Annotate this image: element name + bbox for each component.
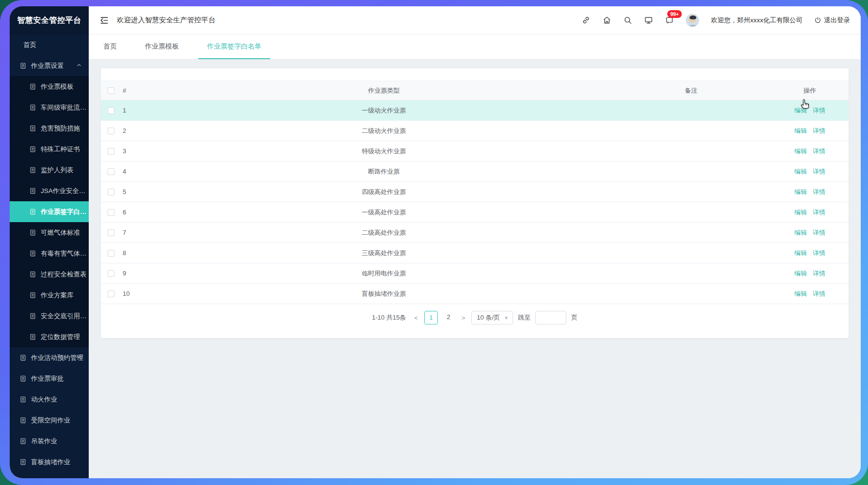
sidebar-item[interactable]: 过程安全检查表 xyxy=(10,264,89,285)
sidebar-item-label: 作业票设置 xyxy=(31,62,64,70)
cell-index: 6 xyxy=(123,202,157,223)
detail-link[interactable]: 详情 xyxy=(813,188,825,195)
table-row[interactable]: 10盲板抽堵作业票编辑详情 xyxy=(101,284,849,304)
top-header: 欢迎进入智慧安全生产管控平台 xyxy=(89,6,861,34)
page-button[interactable]: 2 xyxy=(442,311,455,324)
cell-actions: 编辑详情 xyxy=(771,243,849,263)
edit-link[interactable]: 编辑 xyxy=(794,229,807,236)
tab-active[interactable]: 作业票签字白名单 xyxy=(198,34,270,59)
tab-item[interactable]: 作业票模板 xyxy=(136,34,188,59)
edit-link[interactable]: 编辑 xyxy=(794,127,807,134)
sidebar-item[interactable]: 监护人列表 xyxy=(10,160,89,180)
edit-link[interactable]: 编辑 xyxy=(794,249,807,257)
cell-permit-type: 临时用电作业票 xyxy=(157,263,611,284)
user-avatar[interactable] xyxy=(686,14,699,27)
current-page-button[interactable]: 1 xyxy=(424,311,438,324)
prev-page-button[interactable]: < xyxy=(413,314,419,322)
table-row[interactable]: 3特级动火作业票编辑详情 xyxy=(101,141,849,162)
detail-link[interactable]: 详情 xyxy=(813,107,825,114)
sidebar-item[interactable]: 特殊工种证书 xyxy=(10,139,89,160)
edit-link[interactable]: 编辑 xyxy=(794,290,807,297)
search-icon[interactable] xyxy=(623,16,632,25)
table-body: 1一级动火作业票编辑详情2二级动火作业票编辑详情3特级动火作业票编辑详情4断路作… xyxy=(101,100,849,304)
sidebar-item[interactable]: 可燃气体标准 xyxy=(10,222,89,243)
edit-link[interactable]: 编辑 xyxy=(794,107,807,114)
document-icon xyxy=(29,83,36,90)
home-icon[interactable] xyxy=(602,16,611,25)
row-checkbox[interactable] xyxy=(108,291,114,297)
page-size-value: 10 条/页 xyxy=(477,313,500,322)
row-checkbox[interactable] xyxy=(108,270,114,277)
cell-permit-type: 盲板抽堵作业票 xyxy=(157,284,611,304)
sidebar-item-label: 安全交底引用信息 xyxy=(41,312,89,321)
sidebar-item[interactable]: 受限空间作业 xyxy=(10,410,89,431)
sidebar-item[interactable]: 作业票模板 xyxy=(10,76,89,97)
select-all-checkbox[interactable] xyxy=(108,87,114,94)
sidebar-item[interactable]: 吊装作业 xyxy=(10,431,89,452)
sidebar-item[interactable]: 安全交底引用信息 xyxy=(10,306,89,326)
table-row[interactable]: 4断路作业票编辑详情 xyxy=(101,162,849,182)
sidebar-collapse-icon[interactable] xyxy=(99,16,109,25)
page-size-select[interactable]: 10 条/页 ▼ xyxy=(471,311,513,324)
table-row[interactable]: 9临时用电作业票编辑详情 xyxy=(101,263,849,284)
monitor-icon[interactable] xyxy=(644,16,653,25)
edit-link[interactable]: 编辑 xyxy=(794,209,807,216)
detail-link[interactable]: 详情 xyxy=(813,168,825,175)
message-icon[interactable]: 99+ xyxy=(665,16,674,25)
link-icon[interactable] xyxy=(581,16,591,25)
edit-link[interactable]: 编辑 xyxy=(794,188,807,195)
jump-page-input[interactable] xyxy=(535,311,566,324)
sidebar-item[interactable]: 作业活动预约管理 xyxy=(10,347,89,368)
row-checkbox[interactable] xyxy=(108,107,114,114)
sidebar-item[interactable]: 盲板抽堵作业 xyxy=(10,452,89,472)
row-checkbox[interactable] xyxy=(108,209,114,216)
row-checkbox[interactable] xyxy=(108,168,114,175)
cell-actions: 编辑详情 xyxy=(771,162,849,182)
table-row[interactable]: 8三级高处作业票编辑详情 xyxy=(101,243,849,263)
row-checkbox[interactable] xyxy=(108,148,114,155)
table-row[interactable]: 2二级动火作业票编辑详情 xyxy=(101,121,849,141)
document-icon xyxy=(29,312,36,320)
cell-remark xyxy=(611,284,771,304)
row-checkbox[interactable] xyxy=(108,189,114,195)
detail-link[interactable]: 详情 xyxy=(813,249,825,257)
sidebar-item[interactable]: 作业票签字白名单 xyxy=(10,201,89,222)
row-checkbox[interactable] xyxy=(108,128,114,134)
detail-link[interactable]: 详情 xyxy=(813,147,825,155)
sidebar-item[interactable]: 首页 xyxy=(10,34,89,55)
document-icon xyxy=(29,333,36,340)
sidebar-item[interactable]: 作业方案库 xyxy=(10,285,89,306)
detail-link[interactable]: 详情 xyxy=(813,229,825,236)
sidebar-item[interactable]: 有毒有害气体标准 xyxy=(10,243,89,264)
sidebar-item[interactable]: 作业票设置 xyxy=(10,55,89,76)
detail-link[interactable]: 详情 xyxy=(813,209,825,216)
detail-link[interactable]: 详情 xyxy=(813,290,825,297)
table-row[interactable]: 1一级动火作业票编辑详情 xyxy=(101,100,849,121)
table-row[interactable]: 5四级高处作业票编辑详情 xyxy=(101,182,849,202)
sidebar-item-label: 特殊工种证书 xyxy=(41,145,80,154)
sidebar-item[interactable]: 危害预防措施 xyxy=(10,118,89,139)
table-row[interactable]: 7二级高处作业票编辑详情 xyxy=(101,223,849,243)
next-page-button[interactable]: > xyxy=(460,314,467,322)
table-row[interactable]: 6一级高处作业票编辑详情 xyxy=(101,202,849,223)
edit-link[interactable]: 编辑 xyxy=(794,270,807,277)
edit-link[interactable]: 编辑 xyxy=(794,147,807,155)
pagination: 1-10 共15条 < 12 > 10 条/页 ▼ 跳至 页 xyxy=(101,311,849,324)
document-icon xyxy=(29,250,36,257)
sidebar-item[interactable]: 动火作业 xyxy=(10,389,89,410)
logout-button[interactable]: 退出登录 xyxy=(814,16,850,25)
sidebar-item[interactable]: JSA作业安全分析 xyxy=(10,180,89,201)
tab-item[interactable]: 首页 xyxy=(95,34,126,59)
detail-link[interactable]: 详情 xyxy=(813,270,825,277)
sidebar-item-label: 危害预防措施 xyxy=(41,124,80,133)
detail-link[interactable]: 详情 xyxy=(813,127,825,134)
sidebar-item-label: 首页 xyxy=(23,41,36,49)
sidebar-item[interactable]: 定位数据管理 xyxy=(10,326,89,347)
sidebar-item[interactable]: 车间级审批流程配置 xyxy=(10,97,89,118)
sidebar-item[interactable]: 作业票审批 xyxy=(10,368,89,389)
edit-link[interactable]: 编辑 xyxy=(794,168,807,175)
sidebar-item-label: 盲板抽堵作业 xyxy=(31,458,70,467)
sidebar-item-label: 作业票审批 xyxy=(31,374,64,383)
row-checkbox[interactable] xyxy=(108,229,114,236)
row-checkbox[interactable] xyxy=(108,250,114,257)
